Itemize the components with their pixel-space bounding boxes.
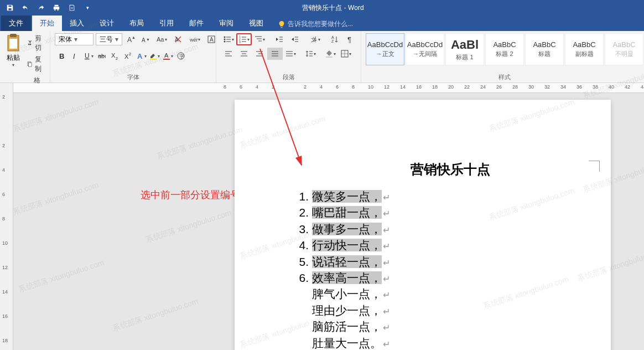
bold-button[interactable]: B [55,50,68,62]
svg-text:X: X [124,53,129,60]
font-group-label: 字体 [55,72,211,81]
font-name-combo[interactable]: 宋体▾ [55,33,94,45]
styles-gallery[interactable]: AaBbCcDd→正文AaBbCcDd→无间隔AaBl标题 1AaBbC标题 2… [366,33,643,65]
grow-font-button[interactable]: A▲ [124,33,137,45]
style-item[interactable]: AaBbCcDd→无间隔 [406,33,444,65]
font-color-button[interactable]: A▾ [161,50,174,62]
change-case-button[interactable]: Aa▾ [153,33,170,45]
show-marks-button[interactable]: ¶ [342,33,358,45]
list-item[interactable]: 肚量大一点。↵ [290,335,578,350]
superscript-button[interactable]: X2 [121,50,134,62]
clear-formatting-button[interactable]: A [172,33,184,45]
list-text: 脑筋活一点，↵ [312,318,390,334]
list-number: 5. [290,254,309,270]
list-item[interactable]: 脾气小一点，↵ [290,286,578,302]
list-item[interactable]: 2.嘴巴甜一点，↵ [290,204,578,220]
tab-home[interactable]: 开始 [32,16,62,31]
list-item[interactable]: 5.说话轻一点，↵ [290,254,578,270]
char-border-button[interactable]: A [205,33,217,45]
tab-references[interactable]: 引用 [152,16,181,31]
text-effects-button[interactable]: A▾ [134,50,148,62]
vertical-ruler[interactable]: 224681012141618 [0,83,13,350]
print-preview-icon[interactable] [67,3,76,12]
decrease-indent-button[interactable] [272,33,287,45]
line-spacing-button[interactable]: ▾ [303,48,318,60]
document-canvas[interactable]: 8642246810121416182022242628303234363840… [13,83,644,350]
ruler-mark: 12 [2,265,8,270]
ruler-mark: 26 [496,84,502,90]
shrink-font-button[interactable]: A▼ [139,33,151,45]
enclose-char-button[interactable]: 字 [174,50,188,62]
horizontal-ruler[interactable]: 8642246810121416182022242628303234363840… [13,83,644,93]
doc-body[interactable]: 1.微笑多一点，↵2.嘴巴甜一点，↵3.做事多一点，↵4.行动快一点，↵5.说话… [290,188,578,350]
svg-rect-72 [326,56,333,58]
align-right-button[interactable] [252,48,267,60]
copy-button[interactable]: 复制 [25,54,45,74]
italic-button[interactable]: I [68,50,81,62]
phonetic-guide-button[interactable]: wén▾ [186,33,203,45]
shading-button[interactable]: ▾ [323,48,338,60]
sort-button[interactable]: AZ [327,33,342,45]
chevron-down-icon[interactable]: ▾ [72,35,80,43]
list-text: 微笑多一点，↵ [312,188,390,204]
paragraph-mark-icon: ↵ [383,339,390,349]
highlight-button[interactable]: ▾ [148,50,161,62]
strikethrough-button[interactable]: abc [95,50,108,62]
text-direction-button[interactable]: 文▾ [307,33,323,45]
style-item[interactable]: AaBbC标题 2 [485,33,524,65]
paragraph-mark-icon: ↵ [383,258,390,267]
list-number: 2. [290,204,309,220]
undo-icon[interactable] [21,3,30,12]
qat-more-icon[interactable]: ▾ [83,3,92,12]
style-item[interactable]: AaBbCcDd→正文 [366,33,404,65]
font-size-combo[interactable]: 三号▾ [96,33,122,45]
ruler-mark: 8 [224,84,226,90]
tab-mailings[interactable]: 邮件 [181,16,211,31]
ruler-mark: 8 [352,84,355,90]
list-item[interactable]: 脑筋活一点，↵ [290,318,578,334]
tell-me-search[interactable]: 告诉我您想要做什么... [278,19,353,31]
ruler-mark: 38 [593,84,598,90]
align-left-button[interactable] [221,48,236,60]
tab-design[interactable]: 设计 [92,16,122,31]
justify-button[interactable] [267,48,283,60]
ruler-mark: 6 [336,84,339,90]
list-item[interactable]: 理由少一点，↵ [290,302,578,318]
multilevel-list-button[interactable]: ▾ [252,33,267,45]
chevron-down-icon[interactable]: ▾ [113,35,121,43]
ruler-mark: 10 [368,84,373,90]
tab-layout[interactable]: 布局 [122,16,152,31]
numbering-button[interactable]: 123▾ [236,33,252,45]
tab-file[interactable]: 文件 [1,16,31,31]
ruler-mark: 4 [2,167,5,173]
paste-button[interactable]: 粘贴 ▾ [4,33,22,68]
list-text: 肚量大一点。↵ [312,335,390,350]
tab-view[interactable]: 视图 [241,16,271,31]
list-text: 嘴巴甜一点，↵ [312,204,390,220]
borders-button[interactable]: ▾ [338,48,354,60]
paste-dropdown-icon: ▾ [12,63,14,68]
redo-icon[interactable] [37,3,45,12]
list-text: 脾气小一点，↵ [312,286,390,302]
list-item[interactable]: 4.行动快一点，↵ [290,237,578,253]
tab-insert[interactable]: 插入 [62,16,92,31]
distribute-button[interactable]: ▾ [283,48,298,60]
save-icon[interactable] [6,3,14,12]
cut-button[interactable]: 剪切 [25,33,45,53]
quick-print-icon[interactable] [52,3,61,12]
style-item[interactable]: AaBl标题 1 [445,33,484,65]
list-item[interactable]: 6.效率高一点，↵ [290,270,578,286]
svg-text:X: X [111,52,116,59]
list-item[interactable]: 3.做事多一点，↵ [290,221,578,237]
svg-text:Z: Z [331,39,334,43]
style-item[interactable]: AaBbC标题 [525,33,564,65]
style-item[interactable]: AaBbC不明显 [605,33,643,65]
bullets-button[interactable]: ▾ [221,33,236,45]
align-center-button[interactable] [236,48,252,60]
style-item[interactable]: AaBbC副标题 [565,33,604,65]
list-item[interactable]: 1.微笑多一点，↵ [290,188,578,204]
tab-review[interactable]: 审阅 [211,16,241,31]
increase-indent-button[interactable] [287,33,303,45]
subscript-button[interactable]: X2 [108,50,121,62]
underline-button[interactable]: U▾ [81,50,95,62]
